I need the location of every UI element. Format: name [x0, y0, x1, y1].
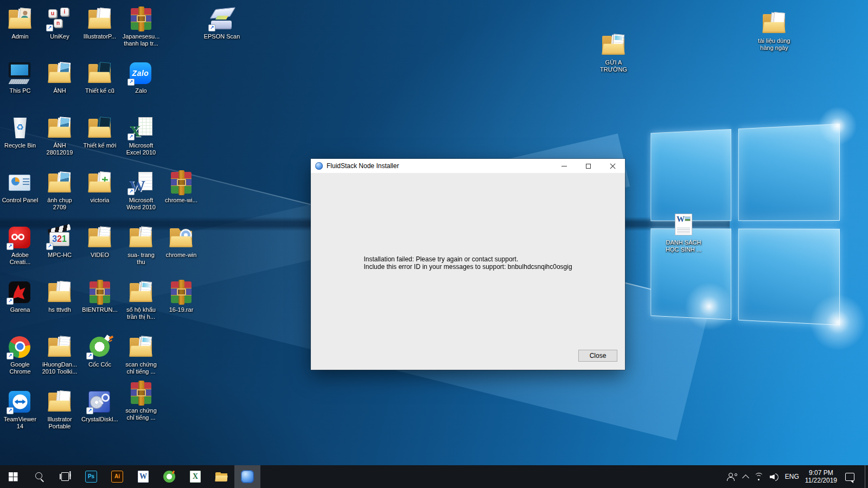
desktop-icon-this-pc[interactable]: This PC [0, 61, 42, 94]
desktop-icon-sua-trang-thu[interactable]: sua- trang thu [119, 225, 163, 266]
language-indicator[interactable]: ENG [785, 465, 799, 488]
volume-button[interactable] [770, 465, 779, 488]
people-button[interactable] [727, 465, 737, 488]
desktop-icon-label: VIDEO [91, 252, 109, 259]
close-x-button[interactable] [601, 159, 625, 173]
this-pc-icon [7, 61, 34, 86]
taskbar-illustrator-button[interactable]: Ai [104, 465, 130, 488]
taskbar-photoshop-button[interactable]: Ps [78, 465, 104, 488]
desktop-icon-anh-chup-2709[interactable]: ảnh chụp 2709 [38, 170, 81, 211]
close-button[interactable]: Close [578, 350, 617, 362]
scan-chung-chi-rar-icon [127, 381, 155, 406]
rar-16-19-icon [168, 280, 195, 305]
desktop-icon-label: TeamViewer 14 [4, 416, 36, 430]
taskbar-excel-button[interactable]: X [182, 465, 208, 488]
desktop-icon-label: MPC-HC [48, 252, 72, 259]
word-icon: W [138, 471, 149, 483]
shortcut-arrow-icon: ↗ [127, 188, 135, 195]
desktop-icon-so-ho-khau[interactable]: sổ hộ khẩu trần thị h... [119, 280, 163, 320]
desktop-icon-mpc-hc[interactable]: 321↗MPC-HC [38, 225, 81, 259]
desktop-icon-scan-chung-chi-rar[interactable]: scan chứng chỉ tiếng ... [119, 381, 163, 421]
desktop-icon-victoria[interactable]: victoria [78, 170, 122, 204]
shortcut-arrow-icon: ↗ [127, 133, 135, 140]
desktop-icon-tai-lieu-dung[interactable]: tài liệu dùng hàng ngày [752, 11, 796, 52]
dialog-title: FluidStack Node Installer [327, 162, 552, 170]
desktop-icon-label: Illustrator Portable [47, 416, 72, 430]
dialog-body: Installation failed: Please try again or… [311, 173, 625, 370]
desktop-icon-ihuongdan[interactable]: iHuongDan... 2010 Toolki... [38, 335, 81, 375]
maximize-button[interactable] [576, 159, 601, 173]
recycle-bin-icon: ♻ [7, 115, 34, 140]
desktop-icon-teamviewer-14[interactable]: ↗TeamViewer 14 [0, 389, 42, 430]
wifi-icon [754, 473, 764, 481]
desktop-icon-ms-excel-2010[interactable]: X↗Microsoft Excel 2010 [119, 115, 163, 156]
dialog-titlebar[interactable]: FluidStack Node Installer [311, 159, 625, 173]
clock-button[interactable]: 9:07 PM 11/22/2019 [805, 465, 837, 488]
desktop-icon-garena[interactable]: ↗Garena [0, 280, 42, 313]
desktop-icon-label: tài liệu dùng hàng ngày [758, 37, 790, 52]
fluidstack-icon [241, 470, 254, 483]
taskbar-search-button[interactable] [26, 465, 52, 488]
adobe-creative-icon: ↗ [7, 225, 34, 250]
anh-28012019-icon [46, 115, 73, 140]
desktop-icon-control-panel[interactable]: Control Panel [0, 170, 42, 204]
desktop-icon-hs-tttvdh[interactable]: hs tttvdh [38, 280, 81, 313]
excel-icon: X [190, 471, 201, 483]
desktop-icon-coc-coc[interactable]: ↗Cốc Cốc [78, 335, 122, 368]
close-icon [610, 163, 616, 169]
caption-buttons [552, 159, 625, 173]
desktop-icon-label: Zalo [135, 87, 146, 94]
desktop-icon-japanesesu[interactable]: Japanesesu... thanh lap tr... [119, 7, 163, 47]
desktop-icon-google-chrome[interactable]: ↗Google Chrome [0, 335, 42, 375]
taskbar-start-button[interactable] [0, 465, 26, 488]
desktop-icon-zalo[interactable]: Zalo↗Zalo [119, 61, 163, 94]
minimize-button[interactable] [552, 159, 576, 173]
video-icon [86, 225, 113, 250]
desktop-icon-rar-16-19[interactable]: 16-19.rar [159, 280, 203, 313]
clock-date: 11/22/2019 [805, 477, 837, 484]
desktop-icon-scan-chung-chi-folder[interactable]: scan chứng chỉ tiếng ... [119, 335, 163, 375]
desktop-icon-ms-word-2010[interactable]: W↗Microsoft Word 2010 [119, 170, 163, 211]
desktop-icon-chrome-win[interactable]: chrome-win [159, 225, 203, 259]
desktop-icon-crystaldiskinfo[interactable]: ↗CrystalDiskI... [78, 389, 122, 423]
thiet-ke-cu-icon [86, 61, 113, 86]
taskbar-fluidstack-button[interactable] [234, 465, 260, 488]
shortcut-arrow-icon: ↗ [46, 24, 53, 31]
desktop-icon-video[interactable]: VIDEO [78, 225, 122, 259]
desktop-icon-unikey[interactable]: uin↗UniKey [38, 7, 81, 40]
desktop-icon-thiet-ke-moi[interactable]: Thiết kế mới [78, 115, 122, 149]
sua-trang-thu-icon [127, 225, 155, 250]
admin-icon [7, 7, 34, 31]
desktop-icon-adobe-creative[interactable]: ↗Adobe Creati... [0, 225, 42, 266]
desktop-icon-thiet-ke-cu[interactable]: Thiết kế cũ [78, 61, 122, 94]
desktop-icon-recycle-bin[interactable]: ♻Recycle Bin [0, 115, 42, 149]
network-button[interactable] [754, 465, 764, 488]
desktop-icon-bientrun[interactable]: BIENTRUN... [78, 280, 122, 313]
chevron-up-icon [742, 474, 749, 481]
shortcut-arrow-icon: ↗ [86, 352, 93, 359]
desktop-icon-anh[interactable]: ẢNH [38, 61, 81, 94]
taskbar-file-explorer-button[interactable] [208, 465, 234, 488]
show-desktop-button[interactable] [865, 465, 868, 488]
taskbar-word-button[interactable]: W [130, 465, 156, 488]
taskbar-task-view-button[interactable] [52, 465, 78, 488]
desktop-icon-label: Admin [11, 33, 28, 40]
desktop-icon-gui-a-truong[interactable]: GỬI A TRƯỜNG [592, 33, 635, 73]
desktop-icon-chrome-wi-rar[interactable]: chrome-wi... [159, 170, 203, 204]
desktop-icon-epson-scan[interactable]: ↗EPSON Scan [200, 7, 244, 40]
tray-overflow-button[interactable] [743, 465, 748, 488]
illustratorp-icon [86, 7, 113, 31]
desktop-icon-danh-sach-hoc-sinh[interactable]: WDANH SÁCH HỌC SINH ... [662, 213, 705, 253]
shortcut-arrow-icon: ↗ [7, 243, 14, 250]
desktop-icon-label: scan chứng chỉ tiếng ... [125, 361, 157, 375]
desktop-icon-anh-28012019[interactable]: ẢNH 28012019 [38, 115, 81, 156]
gui-a-truong-icon [600, 33, 627, 57]
desktop-icon-illustrator-portable[interactable]: Illustrator Portable [38, 389, 81, 430]
taskbar-coccoc-button[interactable] [156, 465, 182, 488]
desktop-icon-admin[interactable]: Admin [0, 7, 42, 40]
desktop-icon-illustratorp[interactable]: IllustratorP... [78, 7, 122, 40]
action-center-button[interactable] [843, 465, 854, 488]
fluidstack-app-icon [315, 162, 323, 170]
desktop-icon-label: iHuongDan... 2010 Toolki... [42, 361, 78, 375]
shortcut-arrow-icon: ↗ [7, 352, 14, 359]
